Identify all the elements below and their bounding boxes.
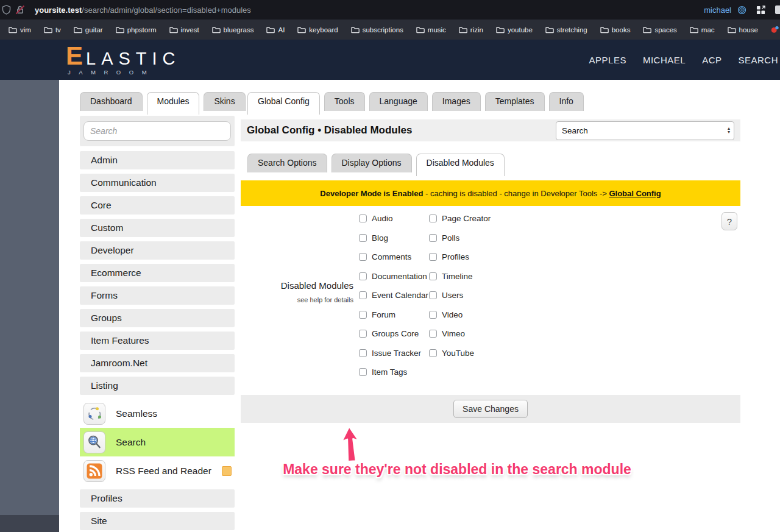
tab[interactable]: Display Options	[332, 154, 412, 172]
bookmark-item[interactable]: stretching	[545, 26, 587, 34]
bookmark-item[interactable]: phpstorm	[116, 26, 157, 34]
url-text[interactable]: yoursite.test/search/admin/global/sectio…	[35, 5, 251, 15]
module-checkbox[interactable]	[359, 368, 367, 376]
sidebar-search-input[interactable]	[83, 121, 231, 141]
bookmark-label: bluegrass	[224, 26, 254, 34]
tab[interactable]: Dashboard	[80, 92, 143, 111]
module-select-value: Search	[562, 126, 588, 135]
save-changes-button[interactable]: Save Changes	[453, 400, 528, 418]
bookmark-label: stretching	[557, 26, 587, 34]
module-checkbox[interactable]	[429, 311, 437, 319]
sidebar-item-rss[interactable]: RSS Feed and Reader	[80, 456, 235, 485]
module-checkbox[interactable]	[429, 234, 437, 242]
shield-icon[interactable]	[1, 4, 12, 15]
sidebar-item-search[interactable]: Search	[80, 428, 235, 456]
module-checkbox[interactable]	[429, 349, 437, 357]
sidebar-item-seamless[interactable]: Seamless	[80, 399, 235, 428]
module-checkbox[interactable]	[429, 330, 437, 338]
tab[interactable]: Language	[369, 92, 428, 111]
bookmark-item[interactable]: rizin	[459, 26, 483, 34]
module-checkbox[interactable]	[429, 272, 437, 280]
banner-global-config-link[interactable]: Global Config	[609, 189, 661, 198]
bookmark-label: spaces	[654, 26, 676, 34]
bookmark-item[interactable]: bluegrass	[212, 26, 254, 34]
tab[interactable]: Search Options	[247, 154, 327, 172]
bookmark-item[interactable]: AI	[266, 26, 285, 34]
module-checkbox[interactable]	[359, 291, 367, 299]
sidebar-category[interactable]: Developer	[80, 241, 235, 260]
logo-letter-e: E	[66, 45, 83, 67]
checkbox-label: Polls	[442, 233, 459, 243]
checkbox-row: Comments Profiles	[359, 247, 491, 267]
sidebar-category[interactable]: Ecommerce	[80, 264, 235, 282]
module-checkbox[interactable]	[429, 253, 437, 261]
fingerprint-icon[interactable]	[737, 5, 746, 15]
bookmark-item[interactable]: 【2024年最新】ドレ…	[771, 25, 780, 34]
tab[interactable]: Info	[549, 92, 584, 111]
tab[interactable]: Disabled Modules	[416, 154, 505, 176]
module-checkbox[interactable]	[359, 215, 367, 222]
sidebar-category[interactable]: Admin	[80, 151, 235, 169]
sidebar-category[interactable]: Communication	[80, 174, 235, 192]
sidebar-category[interactable]: Custom	[80, 219, 235, 237]
profile-name[interactable]: michael	[704, 5, 731, 15]
checkbox-label: Timeline	[442, 272, 473, 281]
bookmark-label: tv	[55, 26, 61, 34]
module-checkbox[interactable]	[429, 291, 437, 299]
header-nav-link[interactable]: MICHAEL	[643, 55, 686, 65]
browser-url-bar: yoursite.test/search/admin/global/sectio…	[0, 0, 780, 20]
bookmark-item[interactable]: subscriptions	[351, 26, 403, 34]
sidebar-category[interactable]: Site	[80, 512, 235, 530]
sidebar-category[interactable]: Forms	[80, 286, 235, 305]
module-select[interactable]: Search ▴▾	[556, 121, 734, 140]
sidebar-category[interactable]: Profiles	[80, 489, 235, 508]
header-nav-link[interactable]: APPLES	[589, 55, 626, 65]
help-button[interactable]: ?	[722, 212, 737, 230]
tab[interactable]: Modules	[147, 92, 200, 115]
tab[interactable]: Skins	[204, 92, 245, 111]
module-checkbox[interactable]	[429, 215, 437, 222]
header-nav-link[interactable]: SEARCH	[738, 55, 778, 65]
sidebar-category[interactable]: Jamroom.Net	[80, 354, 235, 372]
bookmark-item[interactable]: mac	[690, 26, 715, 34]
module-checkbox[interactable]	[359, 253, 367, 261]
sidebar-search-panel	[80, 116, 235, 146]
module-checkbox[interactable]	[359, 311, 367, 319]
module-checkbox[interactable]	[359, 272, 367, 280]
tab[interactable]: Tools	[324, 92, 365, 111]
tab[interactable]: Global Config	[247, 92, 320, 115]
bookmark-item[interactable]: books	[600, 26, 631, 34]
folder-icon	[496, 26, 505, 34]
bookmark-item[interactable]: house	[728, 26, 758, 34]
checkbox-row: Event Calendar Users	[359, 286, 491, 305]
sidebar-category[interactable]: Groups	[80, 309, 235, 327]
elastic-logo[interactable]: E LASTIC JAMROOM	[66, 45, 181, 76]
bookmark-label: mac	[701, 26, 715, 34]
bookmark-item[interactable]: music	[416, 26, 446, 34]
tab-groups-icon[interactable]	[756, 5, 765, 15]
header-nav-link[interactable]: ACP	[702, 55, 722, 65]
screen: yoursite.test/search/admin/global/sectio…	[0, 0, 780, 532]
bookmark-item[interactable]: keyboard	[297, 26, 338, 34]
sidebar-category[interactable]: Listing	[80, 377, 235, 395]
module-checkbox[interactable]	[359, 234, 367, 242]
folder-icon	[266, 26, 275, 34]
bookmark-item[interactable]: vim	[9, 26, 31, 34]
bookmark-item[interactable]: youtube	[496, 26, 533, 34]
module-checkbox[interactable]	[359, 330, 367, 338]
bookmark-item[interactable]: tv	[44, 26, 61, 34]
tab[interactable]: Templates	[485, 92, 545, 111]
header-nav: APPLES MICHAEL ACP SEARCH	[589, 40, 778, 80]
annotation-text: Make sure they're not disabled in the se…	[241, 461, 673, 478]
checkbox-label: YouTube	[442, 349, 474, 358]
checkbox-label: Profiles	[442, 252, 469, 261]
module-checkbox[interactable]	[359, 349, 367, 357]
sidebar-category[interactable]: Item Features	[80, 332, 235, 350]
bookmark-item[interactable]: spaces	[643, 26, 676, 34]
select-arrows-icon: ▴▾	[728, 127, 730, 134]
tab[interactable]: Images	[432, 92, 481, 111]
insecure-lock-icon[interactable]	[15, 5, 25, 15]
bookmark-item[interactable]: invest	[169, 26, 199, 34]
bookmark-item[interactable]: guitar	[74, 26, 103, 34]
sidebar-category[interactable]: Core	[80, 196, 235, 215]
